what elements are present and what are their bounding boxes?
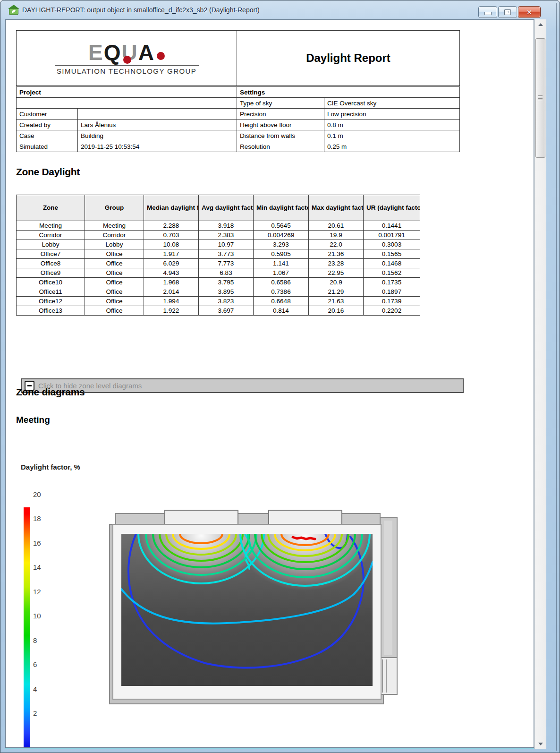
cell: 22.0 — [309, 240, 364, 249]
cell: 3.773 — [199, 249, 254, 259]
zone-diagrams-heading: Zone diagrams — [16, 386, 85, 398]
settings-value: CIE Overcast sky — [324, 98, 460, 109]
cell: 1.994 — [144, 297, 199, 306]
col-min: Min daylight factor, % — [254, 195, 309, 221]
meeting-daylight-contour-diagram — [109, 502, 400, 708]
zone-row: Office12Office1.9943.8230.664821.630.173… — [17, 297, 420, 306]
cell: 0.001791 — [364, 231, 420, 240]
minimize-icon — [484, 12, 492, 15]
zone-row: Office9Office4.9436.831.06722.950.1562 — [17, 268, 420, 278]
window-1 — [165, 510, 238, 526]
cell: Office11 — [17, 287, 85, 297]
minimize-button[interactable] — [478, 6, 497, 18]
cell: Office — [85, 297, 144, 306]
settings-value: 0.8 m — [324, 120, 460, 130]
settings-label: Precision — [237, 109, 324, 120]
cell: Office — [85, 278, 144, 287]
arrow-up-icon — [538, 23, 543, 26]
cell: Office9 — [17, 268, 85, 278]
cell: Office10 — [17, 278, 85, 287]
cell: Office8 — [17, 259, 85, 268]
legend-tick: 10 — [33, 612, 49, 621]
cell: 21.36 — [309, 249, 364, 259]
cell: Office — [85, 259, 144, 268]
settings-title: Settings — [237, 87, 460, 98]
cell: 0.5645 — [254, 221, 309, 231]
cell: 0.1565 — [364, 249, 420, 259]
col-avg: Avg daylight factor, % — [199, 195, 254, 221]
col-group: Group — [85, 195, 144, 221]
legend-tick: 8 — [33, 636, 49, 646]
scrollbar-grip-icon — [538, 95, 543, 100]
cell: 0.1468 — [364, 259, 420, 268]
zone-row: CorridorCorridor0.7032.3830.00426919.90.… — [17, 231, 420, 240]
cell: 4.943 — [144, 268, 199, 278]
scroll-up-button[interactable] — [535, 20, 546, 29]
scroll-down-button[interactable] — [535, 739, 546, 748]
report-title-cell: Daylight Report — [237, 31, 460, 86]
zone-table-header-row: Zone Group Median daylight factor, % Avg… — [17, 195, 420, 221]
cell: 3.823 — [199, 297, 254, 306]
project-settings-table: Project Settings Type of sky CIE Overcas… — [16, 86, 460, 152]
cell: 0.6586 — [254, 278, 309, 287]
logo-letter-e: E — [88, 40, 104, 65]
collapse-zone-diagrams-bar[interactable]: Click to hide zone level diagrams — [21, 378, 464, 393]
report-page: EQUA SIMULATION TECHNOLOGY GROUP Dayligh… — [5, 19, 534, 748]
cell: 0.1897 — [364, 287, 420, 297]
cell: Corridor — [85, 231, 144, 240]
cell: 2.288 — [144, 221, 199, 231]
cell: 1.141 — [254, 259, 309, 268]
app-window: DAYLIGHT-REPORT: output object in smallo… — [0, 0, 560, 753]
cell: 22.95 — [309, 268, 364, 278]
cell: Office — [85, 249, 144, 259]
zone-row: Office11Office2.0143.8950.738621.290.189… — [17, 287, 420, 297]
app-house-icon — [8, 5, 19, 15]
legend-tick: 16 — [33, 539, 49, 548]
project-label: Case — [17, 130, 78, 141]
project-value: Lars Ålenius — [78, 120, 237, 130]
cell: 0.1735 — [364, 278, 420, 287]
project-label: Created by — [17, 120, 78, 130]
project-value: 2019-11-25 10:53:54 — [78, 141, 237, 152]
project-value — [78, 109, 237, 120]
legend-title: Daylight factor, % — [21, 463, 80, 471]
close-button[interactable]: ✕ — [518, 6, 541, 18]
restore-button[interactable] — [498, 6, 517, 18]
titlebar[interactable]: DAYLIGHT-REPORT: output object in smallo… — [0, 0, 560, 19]
cell: Office13 — [17, 306, 85, 316]
cell: 2.383 — [199, 231, 254, 240]
zone-row: LobbyLobby10.0810.973.29322.00.3003 — [17, 240, 420, 249]
scrollbar-thumb[interactable] — [535, 38, 545, 158]
report-title: Daylight Report — [240, 51, 457, 65]
cell: Office — [85, 287, 144, 297]
cell: 20.9 — [309, 278, 364, 287]
cell: Lobby — [17, 240, 85, 249]
settings-value: Low precision — [324, 109, 460, 120]
cell: 0.1739 — [364, 297, 420, 306]
cell: 0.7386 — [254, 287, 309, 297]
vertical-scrollbar[interactable] — [534, 19, 546, 749]
cell: Office7 — [17, 249, 85, 259]
cell: 1.968 — [144, 278, 199, 287]
cell: 6.83 — [199, 268, 254, 278]
zone-daylight-table: Zone Group Median daylight factor, % Avg… — [16, 195, 420, 316]
settings-value: 0.1 m — [324, 130, 460, 141]
legend-tick: 6 — [33, 660, 49, 670]
cell: 1.067 — [254, 268, 309, 278]
col-median: Median daylight factor, % — [144, 195, 199, 221]
logo-rule — [55, 65, 199, 66]
report-header-table: EQUA SIMULATION TECHNOLOGY GROUP Dayligh… — [16, 30, 460, 86]
col-ur: UR (daylight factor) — [364, 195, 420, 221]
cell: Meeting — [85, 221, 144, 231]
cell: 20.16 — [309, 306, 364, 316]
restore-icon — [504, 9, 511, 15]
cell: 6.029 — [144, 259, 199, 268]
cell: Corridor — [17, 231, 85, 240]
window-controls: ✕ — [478, 6, 541, 18]
col-zone: Zone — [17, 195, 85, 221]
cell: Office — [85, 306, 144, 316]
cell: 23.28 — [309, 259, 364, 268]
logo-letter-a: A — [138, 40, 155, 65]
settings-label: Resolution — [237, 141, 324, 152]
settings-label: Type of sky — [237, 98, 324, 109]
